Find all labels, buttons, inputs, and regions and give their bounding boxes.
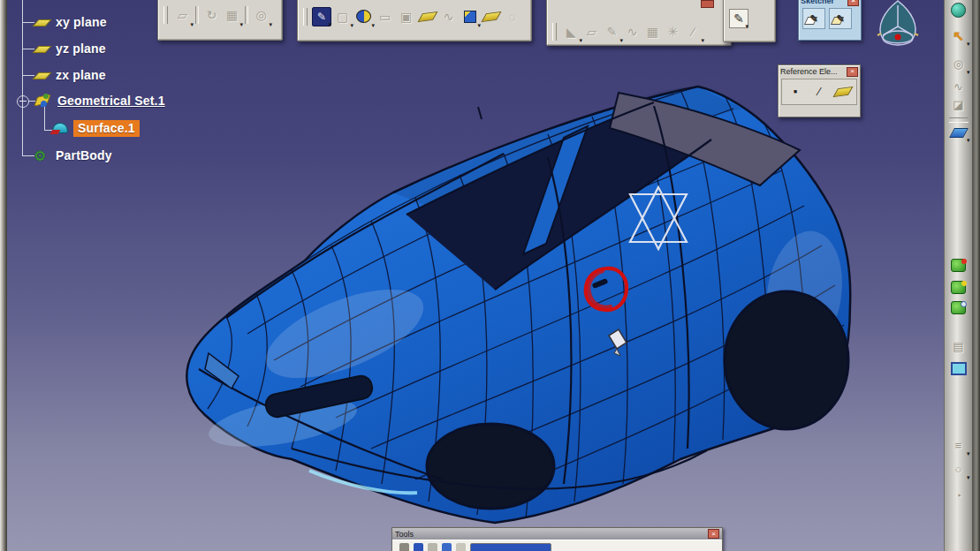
reference-elements-palette: Reference Ele... × ▪∕ [778,64,861,117]
sketch-tracer-icon[interactable]: ✎▾ [729,9,748,28]
window-right-edge [972,0,980,551]
reference-palette-title: Reference Ele... [780,67,838,76]
distance-analysis-icon[interactable] [948,298,969,316]
positioned-sketcher-icon[interactable]: ✎ [829,8,852,29]
offset-icon[interactable]: ◌ [502,6,522,26]
frame-gray-icon[interactable]: ▤ [948,338,969,356]
partbody-icon: ⚙ [34,148,51,162]
toolbar-operations-buttons: ◣▾▱✎▾∿▦✳∕▾ [561,21,703,42]
toolbar-sketch-buttons: ✎▾ [729,9,748,28]
join-icon[interactable]: ◣▾ [561,21,581,42]
surface-feature-icon[interactable]: ▾ [948,124,969,141]
split-body-icon[interactable]: ▾ [353,6,374,26]
volume-icon[interactable]: ▾ [460,6,480,26]
tree-connector [22,155,34,156]
tree-item-yz-plane[interactable]: yz plane [34,39,106,58]
tree-connector [22,75,34,76]
revolve-icon[interactable]: ▣ [396,6,416,26]
sketcher-palette: Sketcher × ✎✎ [798,0,862,41]
curve-icon[interactable]: ∿ [438,6,459,26]
window-left-edge [0,0,7,551]
tree-item-partbody[interactable]: ⚙ PartBody [34,146,112,165]
reference-buttons: ▪∕ [781,79,857,105]
tool-chip-icon[interactable] [414,543,423,551]
viewport-3d-car-model[interactable] [124,69,919,532]
connect-checker-icon[interactable] [948,256,969,274]
multi-view-icon[interactable]: ▱▾ [172,5,193,26]
tool-field[interactable] [470,543,551,551]
sketcher-icon[interactable]: ✎ [802,8,825,29]
surfaces-gray-icon[interactable]: ∿ [948,79,969,96]
extrude-icon[interactable]: ▭ [375,6,395,26]
line-icon[interactable]: ∕ [809,82,830,102]
close-icon[interactable]: × [847,67,858,77]
close-icon[interactable]: × [708,529,719,539]
select-arrow-icon[interactable]: ↖▾ [948,27,969,45]
toolbar-grip[interactable] [552,23,557,41]
tree-item-zx-plane[interactable]: zx plane [34,65,106,85]
sketch-icon[interactable]: ✎▾ [312,7,331,26]
screen-capture-icon[interactable] [948,359,969,377]
boundary-icon[interactable]: ▦ [642,21,663,42]
tool-chip-icon[interactable] [428,543,437,551]
healing-icon[interactable]: ▱ [581,21,602,42]
spacer [945,141,972,256]
3d-compass[interactable] [870,0,925,49]
toolbar-separator [949,117,969,123]
tree-item-geometrical-set[interactable]: Geometrical Set.1 [35,91,165,110]
tree-item-xy-plane[interactable]: xy plane [34,12,107,32]
render-style-globe-icon[interactable] [948,1,969,19]
plane-icon [34,42,51,56]
solids-gray-icon[interactable]: ◪ [948,96,969,114]
plane-icon [34,68,51,82]
split-icon[interactable]: ✎▾ [602,21,622,42]
trim-icon[interactable]: ∿ [622,21,642,42]
plane-icon[interactable] [832,82,854,102]
transform-icon[interactable]: ∕▾ [683,21,703,42]
spacer [945,114,972,117]
point-icon[interactable]: ▪ [785,82,806,102]
curvature-analysis-icon[interactable] [948,278,969,296]
measure-item-icon[interactable]: ○▾ [948,461,969,479]
front-wheel-arch [725,291,848,429]
tools-dialog-titlebar[interactable]: Tools × [392,528,722,540]
tree-connector [28,101,35,102]
spacer [945,377,972,437]
tools-dialog: Tools × [391,527,723,551]
rear-wheel-arch [427,424,554,509]
toolbar-surface-buttons: ✎▾▢▾▾▭▣∿▾◌ [312,6,522,26]
right-toolbar: ↖▾◎▾∿◪▾▤≡▾○▾◔ [944,0,972,551]
toolbar-view-buttons: ▱▾↻▦▾◎▾ [172,5,271,26]
tool-chip-icon[interactable] [456,543,466,551]
catia-window: { "colors":{"viewport_top":"#3c3c72","vi… [0,0,980,551]
fill-surface-icon[interactable] [417,6,437,26]
magnify-icon[interactable]: ◎▾ [251,5,271,26]
tree-expander[interactable] [17,95,29,108]
surface-icon [51,121,69,135]
toolbar-view: ▱▾↻▦▾◎▾ [157,0,283,41]
close-icon[interactable]: × [847,0,859,6]
sketcher-title: Sketcher [801,0,834,5]
spacer [945,316,972,338]
toolbar-close-sliver[interactable] [701,0,714,8]
toolbar-grip[interactable] [303,8,308,26]
grid-icon[interactable]: ▦▾ [222,5,242,26]
tool-chip-icon[interactable] [399,543,409,551]
toolbar-grip[interactable] [163,6,168,24]
sketcher-buttons: ✎✎ [799,6,861,31]
tree-connector [22,22,34,23]
rotate-view-icon[interactable]: ↻ [201,5,222,26]
tools-dialog-title: Tools [395,530,414,539]
tool-chip-icon[interactable] [442,543,452,551]
tree-connector [22,49,34,49]
measure-between-icon[interactable]: ≡▾ [948,437,969,455]
sweep-surface-icon[interactable] [481,6,501,26]
tree-item-surface[interactable]: Surface.1 [51,118,140,138]
positioned-sketch-icon[interactable]: ▢▾ [332,6,353,26]
extract-icon[interactable]: ✳ [663,21,683,42]
toolbar-sketch-tracer: ✎▾ [723,0,776,42]
plane-icon [34,15,51,29]
measure-inertia-icon[interactable]: ◔ [948,487,969,505]
helix-icon[interactable]: ◎▾ [948,56,969,73]
compass-anchor-dot [895,34,901,41]
